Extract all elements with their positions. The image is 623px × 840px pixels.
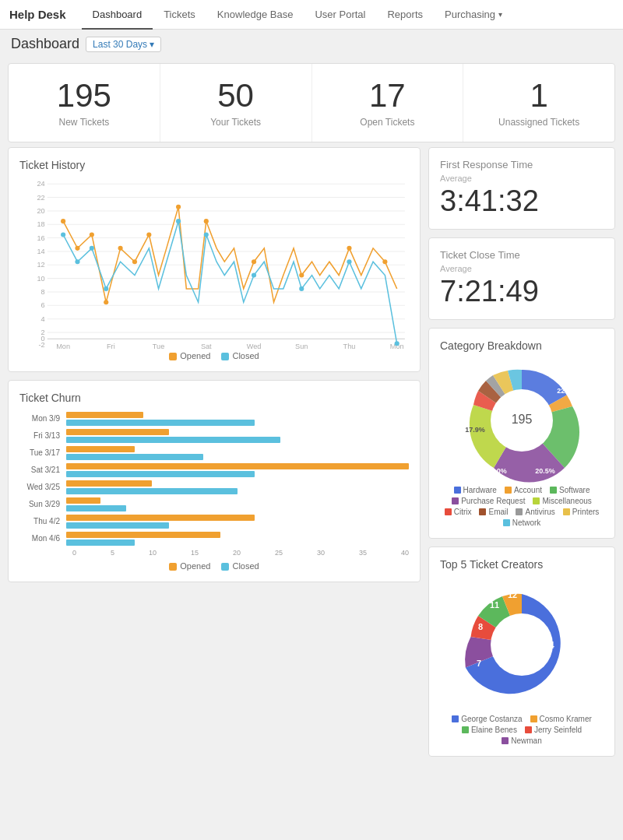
churn-row: Thu 4/2 — [19, 515, 409, 529]
svg-point-52 — [176, 219, 181, 223]
svg-text:24: 24 — [37, 180, 44, 188]
legend-misc: Miscellaneous — [533, 497, 591, 505]
churn-closed-bar — [66, 522, 169, 529]
legend-network: Network — [503, 518, 541, 527]
svg-text:Fri: Fri — [107, 343, 115, 351]
page-header: Dashboard Last 30 Days ▾ — [0, 30, 623, 58]
churn-opened-bar — [66, 463, 409, 469]
first-response-card: First Response Time Average 3:41:32 — [428, 147, 615, 230]
right-column: First Response Time Average 3:41:32 Tick… — [428, 147, 615, 757]
category-breakdown-card: Category Breakdown — [428, 328, 615, 539]
legend-email: Email — [479, 508, 508, 516]
churn-x-axis: 0510152025303540 — [19, 549, 409, 557]
svg-text:17.9%: 17.9% — [465, 426, 485, 434]
svg-point-47 — [382, 259, 387, 264]
svg-point-51 — [104, 286, 108, 291]
churn-opened-bar — [66, 532, 220, 538]
nav-user-portal[interactable]: User Portal — [304, 0, 376, 30]
svg-point-39 — [118, 246, 123, 251]
ticket-churn-legend: Opened Closed — [19, 561, 409, 571]
churn-opened-bar — [66, 480, 152, 487]
ticket-close-label: Average — [440, 264, 604, 273]
new-tickets-number: 195 — [16, 78, 152, 114]
legend-george: George Costanza — [452, 715, 522, 723]
first-response-title: First Response Time — [440, 159, 604, 170]
summary-card-new: 195 New Tickets — [9, 64, 160, 142]
date-filter-button[interactable]: Last 30 Days ▾ — [86, 37, 161, 52]
svg-point-44 — [252, 259, 256, 264]
svg-text:195: 195 — [512, 413, 533, 426]
svg-text:10: 10 — [37, 275, 44, 283]
svg-text:22: 22 — [37, 194, 44, 202]
churn-row-label: Sat 3/21 — [19, 466, 66, 474]
churn-row: Tue 3/17 — [19, 446, 409, 460]
ticket-close-title: Ticket Close Time — [440, 249, 604, 261]
legend-purchase: Purchase Request — [452, 497, 525, 505]
svg-text:6: 6 — [41, 302, 45, 310]
svg-point-50 — [90, 246, 94, 251]
svg-text:Thu: Thu — [343, 343, 356, 351]
purchasing-arrow-icon: ▾ — [498, 10, 502, 19]
churn-opened-bar — [66, 446, 135, 452]
closed-line — [63, 221, 397, 343]
legend-citrix: Citrix — [445, 508, 472, 516]
svg-text:4: 4 — [41, 315, 45, 323]
svg-point-40 — [132, 259, 137, 264]
new-tickets-label: New Tickets — [16, 117, 152, 128]
svg-text:22.6%: 22.6% — [557, 387, 577, 395]
svg-text:-2: -2 — [39, 342, 45, 350]
churn-opened-bar — [66, 515, 255, 521]
page-title: Dashboard — [11, 36, 79, 52]
svg-point-49 — [75, 259, 79, 264]
ticket-history-card: Ticket History — [8, 147, 421, 372]
churn-closed-bar — [66, 420, 255, 426]
svg-text:Wed: Wed — [247, 343, 262, 351]
legend-elaine: Elaine Benes — [462, 726, 517, 734]
opened-legend-item: Opened — [169, 351, 210, 360]
nav-reports[interactable]: Reports — [376, 0, 434, 30]
svg-point-41 — [146, 233, 151, 237]
svg-text:Sun: Sun — [295, 343, 308, 351]
top-creators-title: Top 5 Ticket Creators — [440, 558, 604, 571]
churn-closed-bar — [66, 454, 203, 460]
nav-purchasing[interactable]: Purchasing — [434, 0, 506, 30]
churn-row: Fri 3/13 — [19, 429, 409, 443]
legend-software: Software — [550, 486, 590, 494]
legend-cosmo: Cosmo Kramer — [530, 715, 592, 723]
date-filter-arrow-icon: ▾ — [150, 39, 154, 50]
svg-point-38 — [104, 300, 108, 304]
svg-point-46 — [347, 246, 351, 251]
svg-point-45 — [299, 273, 304, 278]
legend-antivirus: Antivirus — [516, 508, 554, 516]
nav-dashboard[interactable]: Dashboard — [82, 0, 153, 30]
nav-tickets[interactable]: Tickets — [153, 0, 206, 30]
churn-closed-bar — [66, 539, 135, 546]
legend-hardware: Hardware — [454, 486, 497, 494]
closed-legend-item: Closed — [221, 351, 259, 360]
summary-card-unassigned: 1 Unassigned Tickets — [463, 64, 614, 142]
churn-row-label: Thu 4/2 — [19, 517, 66, 525]
creators-legend: George Costanza Cosmo Kramer Elaine Bene… — [440, 715, 604, 745]
svg-point-42 — [176, 205, 181, 209]
top-creators-donut-container: 54 7 8 11 12 George Costanza Cosmo Krame… — [440, 577, 604, 745]
legend-printers: Printers — [563, 508, 599, 516]
churn-row: Sat 3/21 — [19, 463, 409, 477]
nav-knowledge-base[interactable]: Knowledge Base — [206, 0, 304, 30]
churn-row-label: Mon 4/6 — [19, 534, 66, 543]
churn-row-label: Fri 3/13 — [19, 431, 66, 440]
ticket-history-title: Ticket History — [19, 159, 409, 171]
legend-account: Account — [505, 486, 542, 494]
svg-text:19.0%: 19.0% — [487, 467, 507, 475]
svg-text:Sat: Sat — [201, 343, 212, 351]
unassigned-tickets-number: 1 — [471, 78, 607, 114]
svg-text:Mon: Mon — [56, 343, 70, 351]
svg-text:12: 12 — [37, 262, 44, 269]
opened-line — [63, 207, 397, 302]
svg-text:12: 12 — [508, 590, 517, 599]
churn-closed-bar — [66, 505, 126, 511]
churn-closed-legend: Closed — [221, 561, 259, 571]
your-tickets-number: 50 — [168, 78, 304, 114]
svg-text:8: 8 — [41, 288, 45, 296]
svg-point-53 — [204, 233, 209, 237]
churn-row-label: Wed 3/25 — [19, 483, 66, 491]
